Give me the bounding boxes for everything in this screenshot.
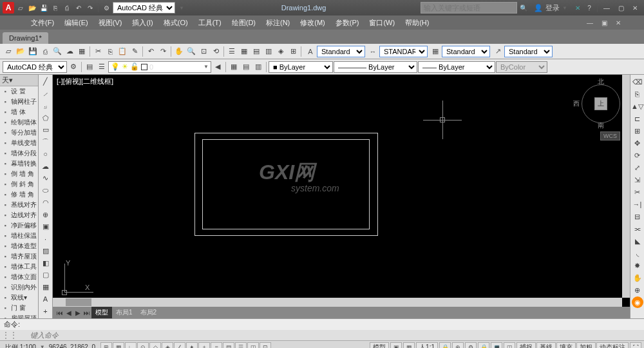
dim-style-select[interactable]: STANDARD: [379, 46, 428, 57]
layer-previous-icon[interactable]: ◀: [212, 61, 223, 73]
panel-item[interactable]: ▪轴网柱子: [0, 97, 38, 107]
workspace-select[interactable]: AutoCAD 经典: [113, 2, 175, 14]
layer-states-icon[interactable]: ☰: [96, 61, 108, 73]
calc-icon[interactable]: ⊞: [287, 46, 299, 57]
document-tab[interactable]: Drawing1*: [3, 32, 48, 44]
new-icon[interactable]: ▱: [3, 46, 14, 57]
qat-undo-icon[interactable]: ↶: [73, 3, 84, 13]
panel-item[interactable]: ▪绘制墙体: [0, 117, 38, 128]
addselected-icon[interactable]: +: [40, 305, 52, 317]
panel-item[interactable]: ▪修 墙 角: [0, 189, 38, 200]
match-icon[interactable]: ✎: [129, 46, 140, 57]
snap-toggle[interactable]: ⊞: [100, 342, 112, 349]
break-icon[interactable]: ⊟: [632, 211, 643, 222]
qat-save-icon[interactable]: 💾: [39, 3, 49, 13]
erase-icon[interactable]: ⌫: [632, 76, 643, 88]
panel-item[interactable]: ▪墙柱保温: [0, 231, 38, 241]
statusbar-label-button[interactable]: 基线: [536, 342, 556, 349]
insert-icon[interactable]: ⊕: [40, 209, 52, 220]
sb-hw-icon[interactable]: 💻: [491, 342, 502, 349]
menu-item[interactable]: 文件(F): [26, 16, 59, 30]
mdi-minimize-button[interactable]: —: [583, 17, 596, 28]
tab-next-icon[interactable]: ▶: [73, 308, 82, 317]
qat-overflow-icon[interactable]: ▼: [176, 3, 187, 13]
otrack-toggle[interactable]: ∠: [174, 342, 185, 349]
viewcube[interactable]: 北 南 东 西 上: [578, 78, 623, 130]
panel-item[interactable]: ▪倒 斜 角: [0, 179, 38, 189]
tab-layout1[interactable]: 布局1: [112, 307, 137, 318]
scale-icon[interactable]: ⤢: [632, 162, 643, 173]
dyn-toggle[interactable]: +: [198, 342, 210, 349]
grid-toggle[interactable]: ▦: [113, 342, 124, 349]
linetype-select[interactable]: ———— ByLayer: [334, 61, 417, 73]
qat-saveas-icon[interactable]: ⎘: [50, 3, 61, 13]
panel-title[interactable]: 天▾: [0, 75, 38, 86]
circle-icon[interactable]: ○: [40, 149, 52, 160]
statusbar-label-button[interactable]: 填充: [556, 342, 576, 349]
panel-item[interactable]: ▪识别内外: [0, 282, 38, 293]
horizontal-scrollbar[interactable]: [53, 298, 622, 307]
menu-item[interactable]: 格式(O): [158, 16, 193, 30]
search-icon[interactable]: 🔍: [518, 3, 529, 13]
table-icon[interactable]: ▦: [40, 282, 52, 293]
nav-wheel-icon[interactable]: ◉: [632, 296, 643, 308]
qp-toggle[interactable]: ☰: [235, 342, 247, 349]
pan-icon[interactable]: ✋: [173, 46, 185, 57]
layer-tool2-icon[interactable]: ▤: [240, 61, 252, 73]
tpy-toggle[interactable]: ▤: [223, 342, 234, 349]
command-input[interactable]: [30, 331, 642, 339]
polygon-icon[interactable]: ⬠: [40, 112, 52, 124]
sb-lock-icon[interactable]: 🔒: [478, 342, 489, 349]
paste-icon[interactable]: 📋: [117, 46, 128, 57]
modelspace-button[interactable]: 模型: [370, 342, 389, 349]
revcloud-icon[interactable]: ☁: [40, 160, 52, 172]
menu-item[interactable]: 插入(I): [127, 16, 158, 30]
layer-select[interactable]: 💡 ☀ 🔓 0 ▼: [108, 61, 211, 73]
panel-item[interactable]: ▪倒 墙 角: [0, 169, 38, 179]
mdi-restore-button[interactable]: ▣: [598, 17, 611, 28]
am-toggle[interactable]: ⊡: [260, 342, 271, 349]
rotate-icon[interactable]: ⟳: [632, 150, 643, 161]
menu-item[interactable]: 帮助(H): [400, 16, 434, 30]
viewport-label[interactable]: [-][俯视][二维线框]: [57, 77, 113, 86]
panel-item[interactable]: ▪边线对齐: [0, 210, 38, 220]
scale-display[interactable]: 比例 1:100: [3, 343, 39, 349]
panel-item[interactable]: ▪门 窗: [0, 303, 38, 313]
sc-toggle[interactable]: ◫: [247, 342, 259, 349]
annoscale-button[interactable]: 人1:1: [416, 342, 438, 349]
join-icon[interactable]: ⫘: [632, 223, 643, 235]
menu-item[interactable]: 窗口(W): [364, 16, 400, 30]
sb-anno1-icon[interactable]: 🔒: [439, 342, 451, 349]
vertical-scrollbar[interactable]: [622, 75, 630, 298]
offset-icon[interactable]: ⊏: [632, 113, 643, 124]
copy-obj-icon[interactable]: ⎘: [632, 88, 643, 100]
preview-icon[interactable]: 🔍: [52, 46, 63, 57]
nav-pan-icon[interactable]: ✋: [632, 272, 643, 284]
tab-prev-icon[interactable]: ◀: [64, 308, 73, 317]
panel-item[interactable]: ▪设 置: [0, 86, 38, 97]
panel-item[interactable]: ▪墙齐屋顶: [0, 251, 38, 262]
panel-item[interactable]: ▪墙体工具: [0, 262, 38, 272]
qat-print-icon[interactable]: ⎙: [62, 3, 72, 13]
statusbar-label-button[interactable]: 加粗: [576, 342, 596, 349]
mdi-close-button[interactable]: ✕: [612, 17, 625, 28]
hatch-icon[interactable]: ▨: [40, 246, 52, 257]
cleanscreen-icon[interactable]: ⛶: [630, 342, 641, 349]
panel-item[interactable]: ▪墙体立面: [0, 272, 38, 282]
app-logo[interactable]: A: [3, 2, 14, 14]
panel-item[interactable]: ▪墙 体: [0, 107, 38, 117]
menu-item[interactable]: 工具(T): [193, 16, 227, 30]
workspace-select-2[interactable]: AutoCAD 经典: [3, 61, 67, 73]
menu-item[interactable]: 绘图(D): [227, 16, 261, 30]
ortho-toggle[interactable]: ∟: [125, 342, 137, 349]
mirror-icon[interactable]: ▲▽: [632, 101, 643, 112]
ellipse-icon[interactable]: ⬭: [40, 185, 52, 197]
panel-item[interactable]: ▪幕墙转换: [0, 159, 38, 169]
panel-item[interactable]: ▪墙体造型: [0, 241, 38, 251]
3dosnap-toggle[interactable]: ◈: [162, 342, 173, 349]
ducs-toggle[interactable]: ✦: [186, 342, 198, 349]
sb-anno2-icon[interactable]: ⊕: [452, 342, 464, 349]
redo-icon[interactable]: ↷: [157, 46, 169, 57]
tab-last-icon[interactable]: ⏭: [82, 308, 91, 317]
tab-model[interactable]: 模型: [91, 307, 112, 318]
